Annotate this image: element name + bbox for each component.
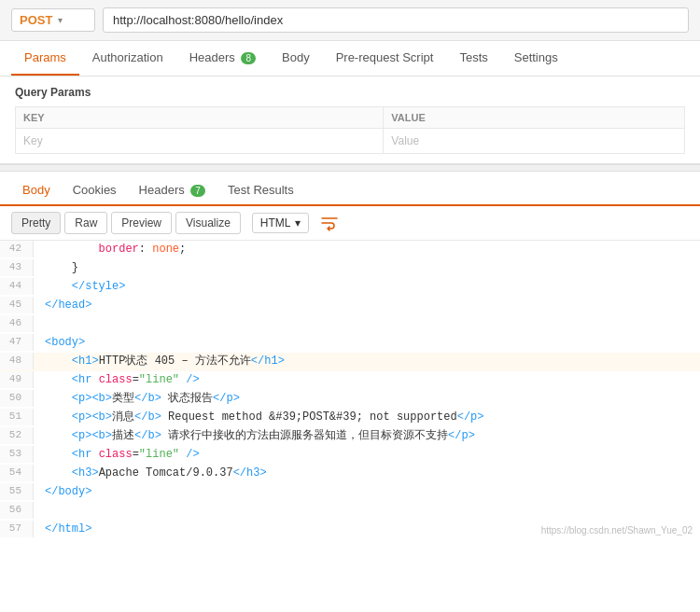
tab-params[interactable]: Params <box>11 41 79 76</box>
line-number: 53 <box>0 446 34 463</box>
tab-headers[interactable]: Headers 8 <box>176 41 269 76</box>
line-content: <body> <box>34 334 700 352</box>
query-params-section: Query Params KEY VALUE Key Value <box>0 76 700 164</box>
format-dropdown-arrow: ▾ <box>295 216 301 230</box>
code-line-53: 53 <hr class="line" /> <box>0 446 700 465</box>
line-content: <p><b>类型</b> 状态报告</p> <box>34 390 700 408</box>
line-content: border: none; <box>34 241 700 258</box>
line-number: 55 <box>0 483 34 500</box>
code-line-44: 44 </style> <box>0 278 700 297</box>
line-number: 45 <box>0 297 34 313</box>
line-number: 44 <box>0 278 34 295</box>
line-number: 47 <box>0 334 34 351</box>
resp-tab-headers[interactable]: Headers 7 <box>128 175 217 206</box>
value-placeholder: Value <box>391 134 419 147</box>
line-content: </style> <box>34 278 700 296</box>
code-line-45: 45 </head> <box>0 297 700 315</box>
tab-body[interactable]: Body <box>269 41 323 76</box>
line-number: 50 <box>0 390 34 407</box>
line-content: <hr class="line" /> <box>34 446 700 464</box>
key-cell[interactable]: Key <box>16 129 384 154</box>
code-line-47: 47 <body> <box>0 334 700 353</box>
tab-authorization[interactable]: Authorization <box>79 41 176 76</box>
code-line-50: 50 <p><b>类型</b> 状态报告</p> <box>0 390 700 409</box>
code-line-46: 46 <box>0 315 700 334</box>
line-number: 48 <box>0 353 34 369</box>
code-line-49: 49 <hr class="line" /> <box>0 371 700 390</box>
code-line-56: 56 <box>0 502 700 521</box>
key-column-header: KEY <box>16 107 384 129</box>
line-number: 57 <box>0 521 34 537</box>
response-section: Body Cookies Headers 7 Test Results Pret… <box>0 175 700 539</box>
code-line-55: 55 </body> <box>0 483 700 502</box>
line-content: <h1>HTTP状态 405 – 方法不允许</h1> <box>34 353 700 370</box>
visualize-button[interactable]: Visualize <box>175 212 241 234</box>
pretty-button[interactable]: Pretty <box>11 212 61 234</box>
query-params-title: Query Params <box>15 86 685 99</box>
line-number: 49 <box>0 371 34 388</box>
response-tabs: Body Cookies Headers 7 Test Results <box>0 175 700 206</box>
line-content: <hr class="line" /> <box>34 371 700 389</box>
line-number: 46 <box>0 315 34 332</box>
code-line-52: 52 <p><b>描述</b> 请求行中接收的方法由源服务器知道，但目标资源不支… <box>0 427 700 446</box>
request-tabs: Params Authorization Headers 8 Body Pre-… <box>0 41 700 76</box>
line-number: 42 <box>0 241 34 257</box>
wrap-button[interactable] <box>318 212 341 234</box>
resp-tab-cookies[interactable]: Cookies <box>62 175 128 206</box>
resp-headers-badge: 7 <box>190 185 205 197</box>
code-line-43: 43 } <box>0 259 700 278</box>
code-view: 42 border: none; 43 } 44 </style> 45 </h… <box>0 241 700 539</box>
headers-badge: 8 <box>241 52 256 64</box>
code-line-54: 54 <h3>Apache Tomcat/9.0.37</h3> <box>0 465 700 483</box>
method-label: POST <box>20 13 52 27</box>
params-table: KEY VALUE Key Value <box>15 106 685 154</box>
line-content: } <box>34 259 700 277</box>
resp-tab-body[interactable]: Body <box>11 175 62 206</box>
watermark: https://blog.csdn.net/Shawn_Yue_02 <box>541 525 693 536</box>
raw-button[interactable]: Raw <box>64 212 107 234</box>
format-label: HTML <box>260 216 291 230</box>
line-number: 54 <box>0 465 34 481</box>
line-content: <h3>Apache Tomcat/9.0.37</h3> <box>34 465 700 482</box>
line-content: <p><b>消息</b> Request method &#39;POST&#3… <box>34 409 700 426</box>
value-cell[interactable]: Value <box>384 129 685 154</box>
tab-tests[interactable]: Tests <box>446 41 500 76</box>
code-line-51: 51 <p><b>消息</b> Request method &#39;POST… <box>0 409 700 427</box>
value-column-header: VALUE <box>384 107 685 129</box>
section-divider <box>0 164 700 172</box>
line-content: <p><b>描述</b> 请求行中接收的方法由源服务器知道，但目标资源不支持</… <box>34 427 700 445</box>
line-number: 43 <box>0 259 34 276</box>
code-line-48: 48 <h1>HTTP状态 405 – 方法不允许</h1> <box>0 353 700 371</box>
line-content: </head> <box>34 297 700 314</box>
method-selector[interactable]: POST ▾ <box>11 8 95 32</box>
view-controls: Pretty Raw Preview Visualize HTML ▾ <box>0 206 700 241</box>
resp-tab-test-results[interactable]: Test Results <box>217 175 305 206</box>
table-row: Key Value <box>16 129 685 154</box>
tab-prerequest[interactable]: Pre-request Script <box>323 41 447 76</box>
line-number: 56 <box>0 502 34 519</box>
code-line-42: 42 border: none; <box>0 241 700 259</box>
preview-button[interactable]: Preview <box>111 212 172 234</box>
line-number: 51 <box>0 409 34 425</box>
line-number: 52 <box>0 427 34 444</box>
format-selector[interactable]: HTML ▾ <box>252 213 309 233</box>
url-input[interactable] <box>103 7 689 33</box>
top-bar: POST ▾ <box>0 0 700 41</box>
tab-settings[interactable]: Settings <box>501 41 571 76</box>
line-content: </body> <box>34 483 700 501</box>
method-dropdown-arrow: ▾ <box>58 15 63 25</box>
key-placeholder: Key <box>23 134 43 147</box>
